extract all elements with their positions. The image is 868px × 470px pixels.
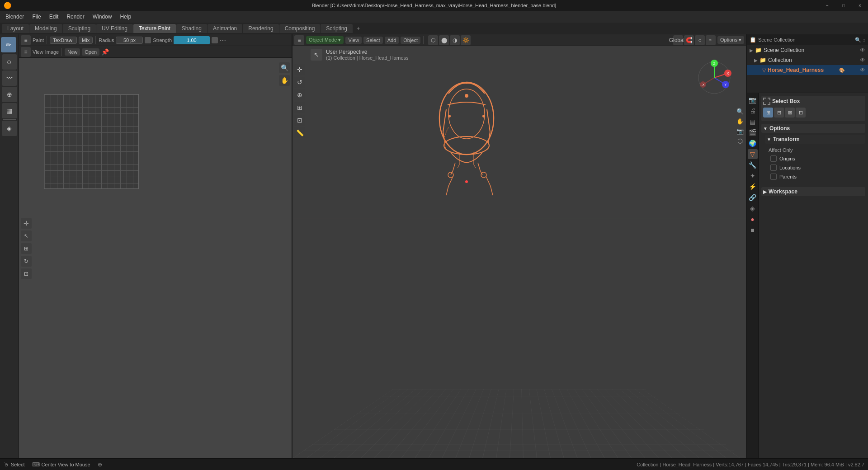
scene-properties-icon[interactable]: 🎬 [748, 127, 758, 137]
object-mode-dropdown[interactable]: Object Mode ▾ [306, 36, 344, 44]
pan-btn[interactable]: ✋ [736, 117, 745, 126]
viewport-mode-wireframe[interactable]: ⬡ [428, 35, 438, 45]
outliner-item-scene-collection[interactable]: ▶ 📁 Scene Collection 👁 [747, 45, 868, 55]
render-properties-icon[interactable]: 📷 [748, 95, 758, 105]
uv-rotate-tool[interactable]: ↻ [21, 256, 32, 267]
parents-checkbox[interactable] [770, 174, 777, 180]
select-mode-and-btn[interactable]: ⊡ [796, 108, 806, 118]
select-menu[interactable]: Select [363, 37, 383, 44]
camera-fly-nav[interactable]: ⊡ [294, 115, 305, 126]
cursor-tool-btn[interactable]: ↖ [311, 49, 322, 61]
modifier-properties-icon[interactable]: 🔧 [748, 160, 758, 170]
menu-file[interactable]: File [28, 13, 44, 21]
view-label[interactable]: View [33, 49, 43, 55]
select-mode-set-btn[interactable]: ⊞ [763, 108, 773, 118]
prop-edit-button[interactable]: ○ [695, 35, 705, 45]
options-section-header[interactable]: ▼ Options [761, 124, 865, 133]
menu-edit[interactable]: Edit [46, 13, 62, 21]
select-mode-add-btn[interactable]: ⊟ [774, 108, 784, 118]
material-properties-icon[interactable]: ● [748, 214, 758, 224]
collection-visibility-icon[interactable]: 👁 [860, 57, 865, 63]
uv-cursor-tool[interactable]: ↖ [21, 230, 32, 241]
header-icon-button[interactable]: ≡ [21, 35, 31, 45]
close-button[interactable]: × [852, 0, 868, 11]
soften-tool-button[interactable]: ○ [2, 54, 17, 70]
texture-properties-icon[interactable]: ■ [748, 225, 758, 235]
strength-slider[interactable]: 1.00 [174, 36, 210, 44]
new-image-button[interactable]: New [65, 48, 80, 56]
uv-scale-tool[interactable]: ⊡ [21, 268, 32, 279]
add-menu[interactable]: Add [385, 37, 399, 44]
brush-name-label[interactable]: TexDraw [50, 37, 77, 44]
harness-paint-icon[interactable]: 🎨 [839, 68, 844, 73]
radius-lock-button[interactable] [145, 37, 151, 43]
render-icon-btn[interactable]: ⬡ [736, 136, 745, 146]
strength-lock-button[interactable] [212, 37, 218, 43]
viewport-canvas[interactable]: ↖ User Perspective (1) Collection | Hors… [292, 46, 746, 458]
menu-window[interactable]: Window [89, 13, 116, 21]
options-button[interactable]: Options ▾ [717, 36, 744, 44]
viewport-mode-material[interactable]: ◑ [450, 35, 460, 45]
snapping-button[interactable]: 🧲 [684, 35, 694, 45]
uv-transform-tool[interactable]: ⊞ [21, 243, 32, 254]
tab-texture-paint[interactable]: Texture Paint [133, 24, 176, 33]
origins-checkbox[interactable] [770, 155, 777, 162]
tab-shading[interactable]: Shading [176, 24, 207, 33]
fill-tool-button[interactable]: ▦ [2, 103, 17, 118]
view-layer-icon[interactable]: ▤ [748, 117, 758, 127]
window-controls[interactable]: − □ × [819, 0, 868, 11]
menu-render[interactable]: Render [63, 13, 88, 21]
minimize-button[interactable]: − [819, 0, 835, 11]
mask-tool-button[interactable]: ◈ [2, 121, 17, 136]
options-button[interactable]: ⋯ [220, 37, 226, 44]
tab-layout[interactable]: Layout [2, 24, 29, 33]
view-menu[interactable]: View [345, 37, 362, 44]
world-properties-icon[interactable]: 🌍 [748, 138, 758, 148]
image-label[interactable]: Image [45, 49, 59, 55]
open-image-button[interactable]: Open [82, 48, 99, 56]
pin-icon[interactable]: 📌 [101, 48, 109, 56]
scene-visibility-icon[interactable]: 👁 [860, 47, 865, 53]
viewport-mode-rendered[interactable]: 🔆 [461, 35, 471, 45]
global-transform-button[interactable]: Global ▾ [673, 35, 683, 45]
add-workspace-button[interactable]: + [353, 24, 363, 33]
uv-header-icon[interactable]: ≡ [21, 47, 31, 57]
data-properties-icon[interactable]: ◈ [748, 203, 758, 213]
tab-animation[interactable]: Animation [208, 24, 242, 33]
tab-sculpting[interactable]: Sculpting [63, 24, 96, 33]
menu-help[interactable]: Help [116, 13, 135, 21]
outliner-sync-button[interactable]: ↕ [863, 37, 866, 43]
transform-space-button[interactable]: ≈ [706, 35, 716, 45]
smear-tool-button[interactable]: 〰 [2, 70, 17, 86]
tab-rendering[interactable]: Rendering [243, 24, 278, 33]
clone-tool-button[interactable]: ⊕ [2, 87, 17, 102]
constraints-properties-icon[interactable]: 🔗 [748, 193, 758, 202]
zoom-tool-nav[interactable]: ⊕ [294, 89, 305, 100]
particles-properties-icon[interactable]: ✦ [748, 171, 758, 181]
tab-scripting[interactable]: Scripting [321, 24, 353, 33]
uv-hand-tool[interactable]: ✋ [279, 75, 290, 86]
menu-blender[interactable]: Blender [2, 13, 28, 21]
tab-uv-editing[interactable]: UV Editing [96, 24, 133, 33]
orbit-tool-nav[interactable]: ↺ [294, 77, 305, 88]
radius-value[interactable]: 50 px [116, 37, 143, 44]
uv-zoom-in[interactable]: 🔍 [279, 62, 290, 73]
zoom-in-btn[interactable]: 🔍 [736, 107, 745, 116]
fly-tool-nav[interactable]: ⊞ [294, 102, 305, 113]
move-tool-nav[interactable]: ✛ [294, 64, 305, 75]
outliner-item-horse-harness[interactable]: ▽ Horse_Head_Harness 🎨 👁 [747, 65, 868, 75]
object-properties-icon[interactable]: ▽ [748, 149, 758, 159]
physics-properties-icon[interactable]: ⚡ [748, 182, 758, 192]
harness-visibility-icon[interactable]: 👁 [860, 67, 865, 73]
measure-nav[interactable]: 📏 [294, 127, 305, 138]
draw-tool-button[interactable]: ✏ [1, 37, 16, 52]
uv-move-tool[interactable]: ✛ [21, 218, 32, 229]
blend-mode-label[interactable]: Mix [79, 37, 93, 44]
tab-modeling[interactable]: Modeling [29, 24, 62, 33]
camera-btn[interactable]: 📷 [736, 127, 745, 136]
transform-header[interactable]: ▼ Transform [765, 135, 865, 144]
uv-canvas[interactable]: ✛ ↖ ⊞ ↻ ⊡ 🔍 ✋ [19, 58, 292, 458]
viewport-header-icon[interactable]: ≡ [294, 35, 304, 45]
output-properties-icon[interactable]: 🖨 [748, 106, 758, 116]
outliner-item-collection[interactable]: ▶ 📁 Collection 👁 [747, 55, 868, 65]
